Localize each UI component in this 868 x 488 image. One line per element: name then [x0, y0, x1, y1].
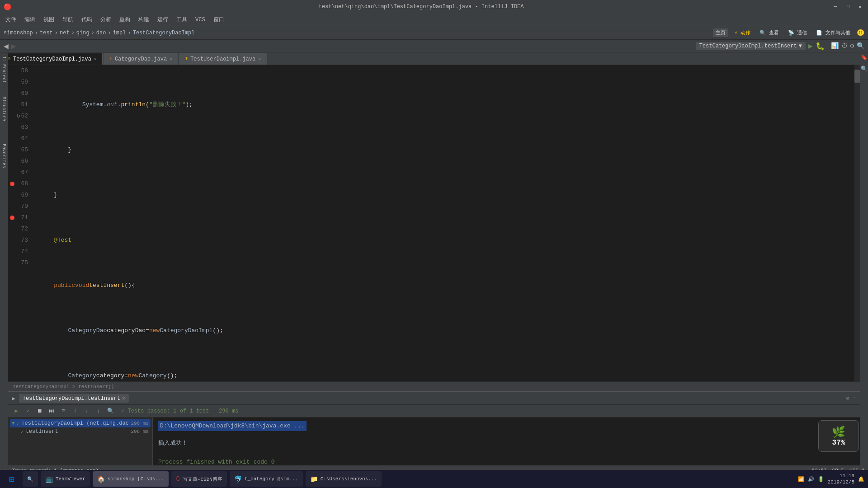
sidebar-structure[interactable]: Structure [1, 95, 6, 123]
run-panel-header: ▶ TestCategoryDaoImpl.testInsert ✕ ⚙ ─ [8, 392, 860, 405]
run-tab-label: TestCategoryDaoImpl.testInsert [23, 395, 120, 402]
code-line-62: public void testInsert(){ [40, 280, 854, 291]
run-rerun-btn[interactable]: ✓ [24, 407, 33, 416]
editor-scrollbar-v[interactable]: ✓ [854, 65, 860, 381]
menu-vcs[interactable]: VCS [192, 15, 209, 24]
profile-button[interactable]: ⏱ [841, 42, 848, 50]
code-gutter: 58 59 60 61 ↻ 62 63 64 65 66 67 68 69 70… [8, 65, 35, 381]
menu-view[interactable]: 视图 [40, 14, 58, 25]
run-play-btn[interactable]: ▶ [12, 407, 21, 416]
run-panel-minimize[interactable]: ─ [853, 395, 856, 402]
code-editor[interactable]: 58 59 60 61 ↻ 62 63 64 65 66 67 68 69 70… [8, 65, 860, 381]
taskbar-intellij[interactable]: 🏠 simonshop [C:\Us... [93, 471, 169, 487]
run-filter-btn[interactable]: ≡ [59, 407, 68, 416]
close-button[interactable]: ✕ [856, 4, 864, 10]
code-line-64: Category category = new Category(); [40, 370, 854, 381]
start-button[interactable]: ⊞ [4, 471, 20, 487]
notification-icon[interactable]: 🔔 [858, 476, 864, 482]
menu-edit[interactable]: 编辑 [21, 14, 39, 25]
code-line-61: @Test [40, 235, 854, 246]
breadcrumb-impl[interactable]: impl [113, 30, 126, 36]
run-config-selector[interactable]: TestCategoryDaoImpl.testInsert ▼ [696, 42, 806, 50]
tab-icon-categorydao: I [109, 56, 112, 61]
tab-label-testuserdaoimpl: TestUserDaoimpl.java [190, 56, 255, 62]
coverage-button[interactable]: 📊 [831, 42, 839, 50]
taskbar-teamviewer[interactable]: 📺 TeamViewer [41, 471, 90, 487]
minimize-button[interactable]: ─ [831, 4, 840, 10]
run-sort-asc-btn[interactable]: ↑ [71, 407, 80, 416]
menu-code[interactable]: 代码 [78, 14, 96, 25]
clock-date: 2019/12/5 [828, 479, 854, 485]
menu-navigate[interactable]: 导航 [59, 14, 77, 25]
breadcrumb-net[interactable]: net [60, 30, 70, 36]
gutter-63: 63 [8, 122, 32, 133]
csdn-icon: C [176, 475, 179, 483]
maximize-button[interactable]: □ [844, 4, 852, 10]
breadcrumb-simonshop[interactable]: simonshop [4, 30, 33, 36]
run-button[interactable]: ▶ [808, 42, 813, 51]
settings-toolbar-btn[interactable]: ⚙ [850, 42, 854, 50]
float-action[interactable]: ⚡ 动作 [732, 28, 753, 37]
run-panel-tab-testinsert[interactable]: TestCategoryDaoImpl.testInsert ✕ [19, 394, 129, 403]
taskbar-csdn[interactable]: C 写文章-CSDN博客 [171, 471, 226, 487]
breadcrumb-classname[interactable]: TestCategoryDaoImpl [133, 30, 195, 36]
code-content[interactable]: System.out.println("删除失败！"); } } @Test [35, 65, 854, 381]
popup-icon: 🌿 [832, 426, 845, 439]
run-export-btn[interactable]: ↓ [94, 407, 103, 416]
tab-close-testuserdaoimpl[interactable]: ✕ [258, 56, 261, 62]
tab-close-testcategorydaoimpl[interactable]: ✕ [94, 56, 97, 62]
breadcrumb-qing[interactable]: qing [76, 30, 90, 36]
menu-run[interactable]: 运行 [154, 14, 172, 25]
sidebar-right-bookmark[interactable]: 🔖 [861, 54, 868, 61]
tab-testcategorydaoimpl[interactable]: T TestCategoryDaoImpl.java ✕ [2, 53, 103, 65]
debug-button[interactable]: 🐛 [816, 42, 825, 51]
gutter-66: 66 [8, 155, 32, 167]
console-spacer [158, 433, 854, 438]
menu-tools[interactable]: 工具 [173, 14, 191, 25]
run-step-btn[interactable]: ⏭ [47, 407, 56, 416]
tree-item-testcategory[interactable]: ▼ ✓ TestCategoryDaoImpl (net.qing.dac 29… [10, 419, 151, 427]
editor-breadcrumb-text: TestCategoryDaoImpl > testInsert() [13, 384, 114, 389]
menu-build[interactable]: 构建 [135, 14, 153, 25]
float-files[interactable]: 📄 文件与其他 [813, 28, 853, 37]
run-config-bar: ◀ ▶ TestCategoryDaoImpl.testInsert ▼ ▶ 🐛… [0, 40, 868, 52]
breadcrumb-test[interactable]: test [40, 30, 53, 36]
run-gutter-icon-62[interactable]: ↻ [17, 110, 20, 122]
console-cmd-line: D:\LenovoQMDownload\jdk8\bin\java.exe ..… [158, 421, 854, 433]
tab-close-categorydao[interactable]: ✕ [170, 56, 172, 62]
taskbar-mysql[interactable]: 🐬 t_category @sim... [230, 471, 303, 487]
float-comm[interactable]: 📡 通信 [785, 28, 810, 37]
nav-back[interactable]: ◀ [4, 41, 9, 51]
scrollbar-thumb[interactable] [854, 70, 860, 83]
menu-analyze[interactable]: 分析 [97, 14, 115, 25]
search-toolbar-btn[interactable]: 🔍 [857, 42, 864, 50]
tree-item-testinsert[interactable]: ✓ testInsert 296 ms [10, 427, 151, 436]
tab-categorydao[interactable]: I CategoryDao.java ✕ [104, 53, 178, 65]
run-tab-close[interactable]: ✕ [122, 395, 125, 402]
run-sort-desc-btn[interactable]: ↓ [82, 407, 91, 416]
sidebar-favorites[interactable]: Favorites [1, 142, 6, 170]
breadcrumb-sep2: › [55, 30, 58, 36]
taskbar-explorer[interactable]: 📁 C:\Users\lenovo\... [306, 471, 382, 487]
gutter-74: 74 [8, 246, 32, 257]
float-home[interactable]: 主页 [713, 28, 728, 37]
code-line-58: System.out.println("删除失败！"); [40, 99, 854, 110]
taskbar-search[interactable]: 🔍 [23, 471, 38, 487]
notification-popup: 🌿 37% [818, 420, 859, 452]
menu-file[interactable]: 文件 [2, 14, 20, 25]
sidebar-right-search[interactable]: 🔍 [861, 66, 868, 72]
run-panel-gear[interactable]: ⚙ [846, 395, 849, 402]
left-sidebar: 1: Project Structure Favorites [0, 52, 8, 465]
tab-testuserdaoimpl[interactable]: T TestUserDaoimpl.java ✕ [179, 53, 267, 65]
taskbar: ⊞ 🔍 📺 TeamViewer 🏠 simonshop [C:\Us... C… [0, 470, 868, 488]
tab-bar: T TestCategoryDaoImpl.java ✕ I CategoryD… [0, 52, 868, 65]
menu-window[interactable]: 窗口 [210, 14, 228, 25]
run-stop-btn[interactable]: ⏹ [35, 407, 44, 416]
nav-forward[interactable]: ▶ [11, 41, 16, 51]
float-view[interactable]: 🔍 查看 [757, 28, 782, 37]
run-search-btn[interactable]: 🔍 [106, 407, 115, 416]
gutter-72: 72 [8, 223, 32, 235]
sidebar-project[interactable]: 1: Project [1, 54, 6, 85]
breadcrumb-dao[interactable]: dao [96, 30, 106, 36]
menu-refactor[interactable]: 重构 [116, 14, 134, 25]
